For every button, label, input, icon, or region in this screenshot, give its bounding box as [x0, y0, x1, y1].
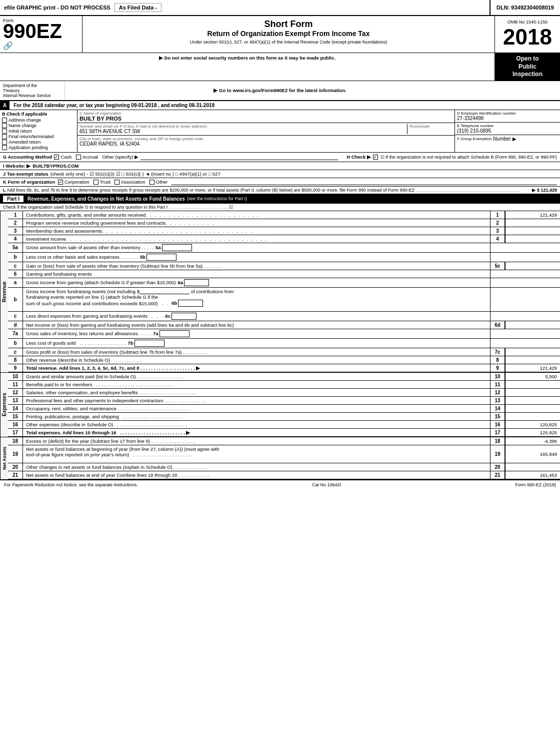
line-6b: b Gross income from fundraising events (… [8, 288, 560, 312]
org-room: Room/suite [408, 124, 452, 134]
check-amended: Amended return [2, 140, 75, 145]
trust-check[interactable] [94, 180, 98, 185]
line-4: 4 Investment income . . . . . . . . . . … [8, 235, 560, 243]
form-title1: Short Form [88, 19, 488, 30]
net-assets-lines: 18 Excess or (deficit) for the year (Sub… [8, 437, 560, 479]
cash-check[interactable] [54, 155, 59, 160]
ssn-notice: ▶ Do not enter social security numbers o… [0, 53, 495, 81]
org-address-label: Number and street (or P O box, if mail i… [80, 124, 407, 129]
org-name-row: C Name of organization BUILT BY PROS [78, 110, 454, 123]
revenue-label: Revenue [0, 211, 8, 372]
form-org-row: K Form of organization Corporation Trust… [0, 178, 560, 187]
trust-label: Trust [100, 179, 110, 185]
line-6d: d Net income or (loss) from gaming and f… [8, 321, 560, 329]
l-text: L Add lines 5b, 6c, and 7b to line 9 to … [3, 188, 529, 193]
org-city: CEDAR RAPIDS, IA 52404 [80, 141, 452, 147]
footer-right: Form 990-EZ (2018) [515, 482, 556, 487]
line-9: 9 Total revenue. Add lines 1, 2, 3, 4, 5… [8, 364, 560, 372]
tax-year-label: A [0, 101, 10, 110]
part1-title: Revenue, Expenses, and Changes in Net As… [28, 196, 185, 202]
j-label: J Tax-exempt status [3, 171, 48, 177]
tax-year-content: For the 2018 calendar year, or tax year … [10, 101, 560, 110]
ein-row: D Employer identification number 27-3324… [455, 110, 560, 123]
g-label: G Accounting Method [3, 154, 52, 160]
dln-number: 93492304008019 [511, 5, 554, 11]
assoc-label: Association [121, 179, 146, 185]
line-5c: c Gain or (loss) from sale of assets oth… [8, 262, 560, 270]
l-note: L Add lines 5b, 6c, and 7b to line 9 to … [0, 187, 560, 194]
form-logo: Form 990EZ 🔗 [0, 16, 82, 53]
part1-header: Part I Revenue, Expenses, and Changes in… [0, 194, 560, 204]
other-field[interactable] [140, 154, 338, 160]
org-city-label: City or town, state or province, country… [80, 137, 452, 141]
website-row: I Website: ▶ BUILTBYPROS.COM [0, 162, 560, 170]
phone-row: E Telephone number (319) 210-0895 [455, 123, 560, 135]
other-org-check[interactable] [150, 180, 154, 185]
line-19: 19 Net assets or fund balances at beginn… [8, 445, 560, 463]
line-1: 1 Contributions, gifts, grants, and simi… [8, 211, 560, 219]
net-assets-section: Net Assets 18 Excess or (deficit) for th… [0, 437, 560, 480]
revenue-lines: 1 Contributions, gifts, grants, and simi… [8, 211, 560, 372]
i-label: I Website: ▶ [3, 163, 30, 169]
dln-label: DLN: [496, 5, 510, 11]
top-banner: efile GRAPHIC print - DO NOT PROCESS As … [0, 0, 560, 16]
check-final: Final return/terminated [2, 134, 75, 139]
group-label: F Group Exemption [457, 137, 492, 141]
open-inspection: Open to Public Inspection [495, 53, 560, 81]
form-title-area: Short Form Return of Organization Exempt… [82, 16, 495, 53]
tax-status-row: J Tax-exempt status (check only one) - ☑… [0, 170, 560, 178]
dept-info: Department of the Treasury Internal Reve… [0, 81, 65, 100]
placeholder-right [495, 81, 560, 100]
year-display: 2018 [503, 25, 552, 50]
form-title2: Return of Organization Exempt From Incom… [88, 30, 488, 38]
schedule-o-text: Check if the organization used Schedule … [3, 205, 233, 210]
org-room-label: Room/suite [410, 124, 452, 129]
assoc-check[interactable] [114, 180, 120, 185]
h-check-label: ☑ if the organization is not required to… [380, 155, 557, 160]
group-sub: Number [493, 136, 511, 142]
line-16: 16 Other expenses (describe in Schedule … [8, 421, 560, 429]
line-6a: a Gross income from gaming (attach Sched… [8, 278, 560, 288]
check-label: B Check if applicable [2, 112, 75, 117]
as-filed-label: As Filed Data - [114, 3, 162, 12]
check-applicable: B Check if applicable Address change Nam… [0, 110, 78, 152]
line-5b: b Less cost or other basis and sales exp… [8, 253, 560, 262]
line-12: 12 Salaries, other compensation, and emp… [8, 389, 560, 397]
banner-left: efile GRAPHIC print - DO NOT PROCESS As … [0, 0, 490, 15]
omb-area: OMB No 1545-1150 2018 [495, 16, 560, 53]
check-pending: Application pending [2, 145, 75, 150]
line-17: 17 Total expenses. Add lines 10 through … [8, 429, 560, 437]
line-14: 14 Occupancy, rent, utilities, and maint… [8, 405, 560, 413]
line-6c: c Less direct expenses from gaming and f… [8, 312, 560, 321]
dept-and-goto: Department of the Treasury Internal Reve… [0, 81, 495, 100]
line-6: 6 Gaming and fundraising events [8, 270, 560, 278]
efile-text: efile GRAPHIC print - DO NOT PROCESS [4, 5, 110, 11]
accounting-row: G Accounting Method Cash Accrual Other (… [0, 153, 560, 162]
group-arrow: ▶ [512, 136, 516, 142]
tax-status-text: (check only one) - ☑ 501(c)(3) ☑ □ 501(c… [50, 171, 220, 177]
cash-label: Cash [60, 154, 72, 160]
other-org-label: Other [156, 179, 168, 185]
corp-check[interactable] [58, 180, 63, 185]
check-address: Address change [2, 118, 75, 123]
other-org-field[interactable] [172, 179, 557, 185]
h-check[interactable] [373, 155, 378, 160]
expenses-label: Expenses [0, 373, 8, 437]
check-name: Name change [2, 123, 75, 128]
line-20: 20 Other changes in net assets or fund b… [8, 463, 560, 471]
org-right: D Employer identification number 27-3324… [455, 110, 560, 152]
omb-text: OMB No 1545-1150 [508, 20, 548, 25]
expenses-section: Expenses 10 Grants and similar amounts p… [0, 373, 560, 437]
h-label: H Check ▶ [346, 154, 371, 160]
line-7a: 7a Gross sales of inventory, less return… [8, 329, 560, 339]
org-address-left: Number and street (or P O box, if mail i… [80, 124, 408, 134]
l-amount: ▶ $ 121,429 [532, 188, 557, 193]
footer-left: For Paperwork Reduction Act Notice, see … [4, 482, 138, 487]
accrual-check[interactable] [76, 155, 81, 160]
k-label: K Form of organization [3, 179, 55, 185]
other-label: Other (specify) ▶ [102, 154, 138, 160]
check-initial: Initial return [2, 129, 75, 134]
ein-value: 27-3324498 [457, 116, 558, 121]
line-13: 13 Professional fees and other payments … [8, 397, 560, 405]
line-15: 15 Printing, publications, postage, and … [8, 413, 560, 421]
